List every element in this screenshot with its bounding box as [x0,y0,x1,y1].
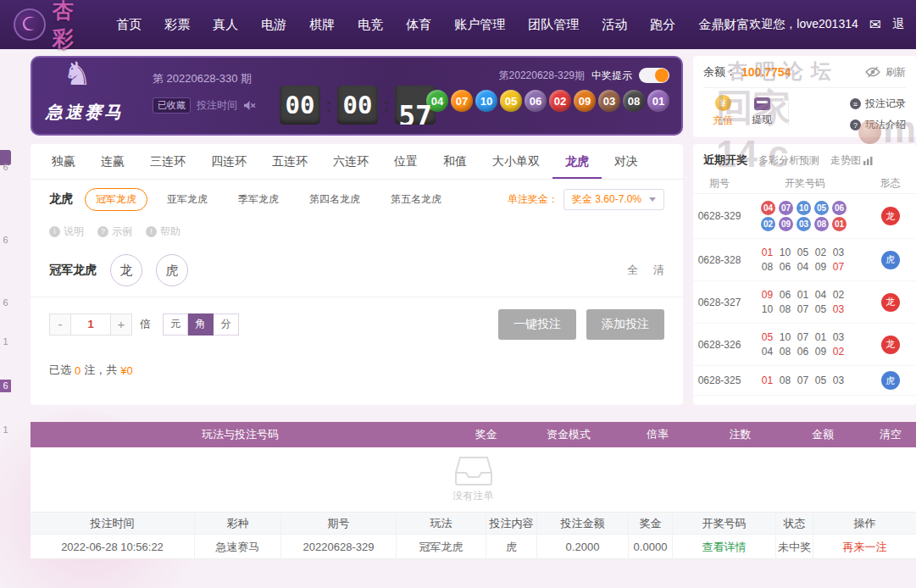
tab-duel[interactable]: 对决 [602,144,651,179]
nav-home[interactable]: 首页 [116,17,142,33]
nav-team[interactable]: 团队管理 [528,17,579,33]
result-ball: 08 [814,217,829,231]
col-bet-count: 注数 [700,427,780,442]
nav-esports[interactable]: 电竞 [358,17,383,33]
unit-fen[interactable]: 分 [214,313,239,336]
sliver-number: 6 [0,380,11,392]
game-rules-link[interactable]: ? 玩法介绍 [850,118,906,132]
tab-analysis-forecast[interactable]: 多彩分析预测 [758,153,819,168]
bottom-section: 玩法与投注号码 奖金 资金模式 倍率 注数 金额 清空 没有注单 投注时间 彩种… [31,422,916,559]
col-money-mode: 资金模式 [522,427,615,442]
multiplier-plus-button[interactable]: + [110,313,132,336]
win-tip-toggle[interactable] [639,68,669,83]
welcome-text: 欢迎您，love201314 [749,17,858,32]
select-all-button[interactable]: 全 [627,263,638,278]
prize-select[interactable]: 奖金 3.60-7.0% [563,189,664,210]
help-help[interactable]: !帮助 [146,225,180,239]
tab-position[interactable]: 位置 [381,144,430,179]
mail-icon[interactable]: ✉ [869,16,881,34]
logout-button[interactable]: 退 [892,17,904,32]
tab-recent-draws[interactable]: 近期开奖 [703,153,747,168]
refresh-button[interactable]: 刷新 [885,65,906,80]
tab-quad[interactable]: 四连环 [198,144,259,179]
result-ball: 01 [832,217,847,231]
result-row: 0628-325 0108070503 虎 [693,366,916,396]
tab-six[interactable]: 六连环 [320,144,381,179]
multiplier-minus-button[interactable]: - [49,313,71,336]
nav-sports[interactable]: 体育 [406,17,431,33]
bet-again-link[interactable]: 再来一注 [813,535,916,559]
nav-board-games[interactable]: 棋牌 [309,17,335,33]
results-table-header: 期号 开奖号码 形态 [693,174,916,194]
draw-ball: 07 [451,90,473,112]
tab-sum[interactable]: 和值 [430,144,480,179]
subtab-third[interactable]: 季军龙虎 [227,188,290,211]
result-numbers-line: 0108070503 [761,374,864,386]
nav-live[interactable]: 真人 [213,17,238,33]
clear-button[interactable]: 清 [653,263,664,278]
balance-label: 余额： [703,64,736,80]
tab-bigsmall-oddeven[interactable]: 大小单双 [480,144,552,179]
sliver-number: 6 [0,297,11,309]
nav-account[interactable]: 账户管理 [454,17,505,33]
add-bet-button[interactable]: 添加投注 [586,309,664,340]
subtab-champion[interactable]: 冠军龙虎 [85,188,147,211]
nav-activities[interactable]: 活动 [602,17,627,33]
view-detail-link[interactable]: 查看详情 [673,535,776,559]
last-draw-block: 第20220628-329期 中奖提示 04 07 10 05 06 02 09… [436,58,669,134]
nav-lottery[interactable]: 彩票 [164,17,190,33]
unit-jiao[interactable]: 角 [188,313,214,336]
help-example[interactable]: ?示例 [97,225,132,239]
deposit-button[interactable]: ¥ 充值 [703,95,742,128]
clear-all-button[interactable]: 清空 [865,427,916,442]
help-description[interactable]: i说明 [49,225,84,239]
bet-cart-header: 玩法与投注号码 奖金 资金模式 倍率 注数 金额 清空 [31,422,916,447]
result-numbers-line: 0510070103 [761,331,864,343]
result-numbers-line: 1008070503 [761,303,864,315]
result-period: 0628-325 [693,374,746,386]
countdown-minutes: 00 [337,86,378,125]
history-table-header: 投注时间 彩种 期号 玩法 投注内容 投注金额 奖金 开奖号码 状态 操作 [31,512,916,534]
tab-streak[interactable]: 连赢 [88,144,137,179]
unit-yuan[interactable]: 元 [163,313,188,336]
empty-cart: 没有注单 [31,447,916,512]
page: 杏彩 首页 彩票 真人 电游 棋牌 电竞 体育 账户管理 团队管理 活动 跑分 … [0,0,916,588]
nav-wealth[interactable]: 金鼎财富 [698,17,749,33]
draw-ball: 03 [598,90,620,112]
multiplier-input[interactable] [71,313,110,336]
bet-records-link[interactable]: ≡ 投注记录 [850,97,906,111]
sliver-number: 1 [0,336,11,348]
last-period-label: 第20220628-329期 [499,69,585,83]
countdown-timer: 00 : 00 : 57 [280,58,436,134]
multiplier-unit-label: 倍 [140,317,151,332]
form-badge: 龙 [881,207,900,225]
favorite-badge[interactable]: 已收藏 [153,97,191,114]
tab-dragon-tiger[interactable]: 龙虎 [552,144,602,179]
bet-status: 未中奖 [776,535,813,559]
nav-score[interactable]: 跑分 [650,17,675,33]
subtab-fifth[interactable]: 第五名龙虎 [380,188,452,211]
game-logo: ♞ 急速赛马 [44,58,153,134]
sliver-number: 1 [0,424,11,436]
option-tiger[interactable]: 虎 [156,254,188,286]
lottery-name: 急速赛马 [195,535,281,559]
option-dragon[interactable]: 龙 [110,254,142,286]
mute-icon[interactable] [243,100,256,111]
quick-bet-button[interactable]: 一键投注 [498,309,576,340]
subtab-fourth[interactable]: 第四名龙虎 [298,188,371,211]
eye-slash-icon[interactable] [865,66,880,78]
tab-five[interactable]: 五连环 [259,144,320,179]
withdraw-button[interactable]: 提现 [742,95,781,127]
tab-triple[interactable]: 三连环 [137,144,198,179]
result-ball: 09 [779,217,793,231]
tab-win[interactable]: 独赢 [39,144,88,179]
tab-trend-chart[interactable]: 走势图 [830,153,873,168]
bar-chart-icon [863,157,873,165]
nav-egames[interactable]: 电游 [261,17,286,33]
brand-logo[interactable]: 杏彩 [14,0,96,53]
subtab-runnerup[interactable]: 亚军龙虎 [156,188,219,211]
empty-tray-icon [454,456,493,486]
play-type: 冠军龙虎 [397,535,486,559]
play-type-tabs: 独赢 连赢 三连环 四连环 五连环 六连环 位置 和值 大小单双 龙虎 对决 [31,144,683,180]
bet-period: 20220628-329 [281,535,397,559]
